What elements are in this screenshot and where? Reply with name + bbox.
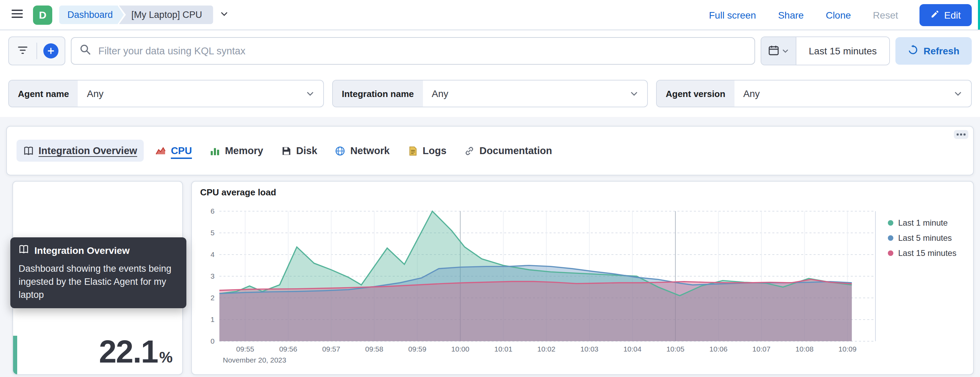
- full-screen-link[interactable]: Full screen: [709, 9, 756, 20]
- calendar-button[interactable]: [761, 37, 796, 65]
- network-icon: [335, 145, 345, 156]
- svg-text:09:58: 09:58: [365, 345, 383, 353]
- link-icon: [464, 145, 474, 156]
- svg-text:10:04: 10:04: [624, 345, 642, 353]
- metric-accent-bar: [13, 336, 17, 374]
- chart-legend: Last 1 minuteLast 5 minutesLast 15 minut…: [881, 202, 965, 369]
- kibana-dashboard-app: D Dashboard [My Laptop] CPU Full screen …: [0, 0, 980, 377]
- filter-value: Any: [423, 88, 630, 99]
- legend-item-last-1-minute[interactable]: Last 1 minute: [888, 218, 965, 228]
- panel-description-tooltip: Integration Overview Dashboard showing t…: [10, 237, 186, 309]
- filter-button-group: [8, 37, 65, 65]
- dashboard-viewport: Integration OverviewCPUMemoryDiskNetwork…: [0, 117, 980, 377]
- breadcrumb-dashboard[interactable]: Dashboard: [59, 5, 124, 24]
- refresh-button-label: Refresh: [924, 45, 959, 56]
- pencil-icon: [931, 9, 939, 20]
- line-chart-icon: [156, 145, 166, 156]
- svg-text:09:59: 09:59: [408, 345, 426, 353]
- panel-options-button[interactable]: [954, 130, 968, 139]
- filter-label: Agent name: [9, 81, 78, 107]
- menu-button[interactable]: [8, 5, 26, 25]
- book-icon: [23, 145, 34, 156]
- share-link[interactable]: Share: [778, 9, 804, 20]
- tab-label: Integration Overview: [38, 145, 137, 156]
- svg-text:10:06: 10:06: [710, 345, 728, 353]
- tab-disk[interactable]: Disk: [281, 145, 317, 156]
- dashboard-nav-tabs: Integration OverviewCPUMemoryDiskNetwork…: [14, 140, 561, 162]
- svg-text:1: 1: [210, 315, 215, 323]
- cpu-average-load-chart[interactable]: 012345609:5509:5609:5709:5809:5910:0010:…: [200, 202, 881, 369]
- filter-value: Any: [78, 88, 306, 99]
- legend-color-dot: [888, 220, 893, 226]
- svg-text:09:57: 09:57: [322, 345, 340, 353]
- header-edge-accent: [978, 0, 980, 30]
- kql-search-box: [71, 37, 755, 65]
- svg-text:4: 4: [210, 250, 215, 258]
- search-input[interactable]: [97, 45, 746, 57]
- svg-text:3: 3: [210, 272, 215, 280]
- svg-text:6: 6: [210, 207, 215, 215]
- chevron-down-icon: [220, 10, 228, 20]
- edit-button[interactable]: Edit: [920, 4, 972, 26]
- svg-text:09:55: 09:55: [236, 345, 255, 353]
- time-picker: Last 15 minutes: [760, 37, 890, 65]
- tab-label: CPU: [171, 145, 192, 156]
- tab-logs[interactable]: Logs: [407, 145, 446, 156]
- legend-label: Last 15 minutes: [898, 248, 956, 258]
- tab-memory[interactable]: Memory: [210, 145, 263, 156]
- top-navigation: D Dashboard [My Laptop] CPU Full screen …: [0, 0, 980, 30]
- chevron-down-icon: [306, 89, 314, 98]
- filter-control-agent-name[interactable]: Agent nameAny: [8, 80, 324, 107]
- legend-item-last-5-minutes[interactable]: Last 5 minutes: [888, 233, 965, 243]
- chart-title: CPU average load: [200, 187, 965, 197]
- legend-item-last-15-minutes[interactable]: Last 15 minutes: [888, 248, 965, 258]
- disk-icon: [281, 145, 291, 156]
- filter-control-agent-version[interactable]: Agent versionAny: [656, 80, 972, 107]
- dashboard-menu-button[interactable]: [217, 7, 231, 23]
- legend-label: Last 5 minutes: [898, 233, 952, 243]
- add-filter-button[interactable]: [37, 37, 65, 65]
- tab-label: Disk: [296, 145, 317, 156]
- svg-text:10:00: 10:00: [451, 345, 469, 353]
- query-bar: Last 15 minutes Refresh: [0, 30, 980, 65]
- svg-text:10:07: 10:07: [752, 345, 771, 353]
- chevron-down-icon: [954, 89, 962, 98]
- tab-label: Network: [350, 145, 390, 156]
- svg-text:10:02: 10:02: [538, 345, 556, 353]
- bar-chart-icon: [210, 145, 220, 156]
- filter-control-integration-name[interactable]: Integration nameAny: [332, 80, 648, 107]
- svg-text:10:03: 10:03: [581, 345, 599, 353]
- clone-link[interactable]: Clone: [826, 9, 851, 20]
- metric-value-row: 22.1 %: [99, 333, 173, 370]
- tab-label: Memory: [225, 145, 263, 156]
- refresh-button[interactable]: Refresh: [896, 37, 972, 65]
- space-avatar[interactable]: D: [33, 5, 52, 24]
- tab-integration-overview[interactable]: Integration Overview: [16, 140, 144, 162]
- svg-text:10:01: 10:01: [495, 345, 513, 353]
- time-range-button[interactable]: Last 15 minutes: [796, 37, 889, 65]
- cpu-chart-panel: CPU average load 012345609:5509:5609:570…: [191, 181, 974, 375]
- breadcrumb: Dashboard [My Laptop] CPU: [59, 5, 231, 24]
- svg-text:0: 0: [210, 337, 215, 345]
- svg-text:5: 5: [210, 229, 215, 237]
- svg-text:09:56: 09:56: [279, 345, 298, 353]
- chevron-down-icon: [782, 46, 789, 56]
- metric-value: 22.1: [99, 333, 158, 370]
- tab-cpu[interactable]: CPU: [156, 145, 192, 156]
- filter-button[interactable]: [9, 37, 37, 65]
- filter-label: Agent version: [657, 81, 734, 107]
- breadcrumb-current-dashboard[interactable]: [My Laptop] CPU: [119, 5, 213, 24]
- filter-controls-row: Agent nameAnyIntegration nameAnyAgent ve…: [0, 65, 980, 113]
- metric-unit: %: [159, 349, 173, 367]
- search-icon: [80, 44, 91, 58]
- filter-value: Any: [734, 88, 954, 99]
- legend-color-dot: [888, 235, 893, 241]
- svg-text:2: 2: [210, 294, 215, 302]
- hamburger-icon: [11, 8, 23, 22]
- tab-label: Logs: [423, 145, 446, 156]
- tooltip-title-row: Integration Overview: [19, 244, 178, 257]
- tab-network[interactable]: Network: [335, 145, 390, 156]
- tooltip-body: Dashboard showing the events being inges…: [19, 262, 178, 302]
- svg-text:10:09: 10:09: [838, 345, 857, 353]
- tab-documentation[interactable]: Documentation: [464, 145, 552, 156]
